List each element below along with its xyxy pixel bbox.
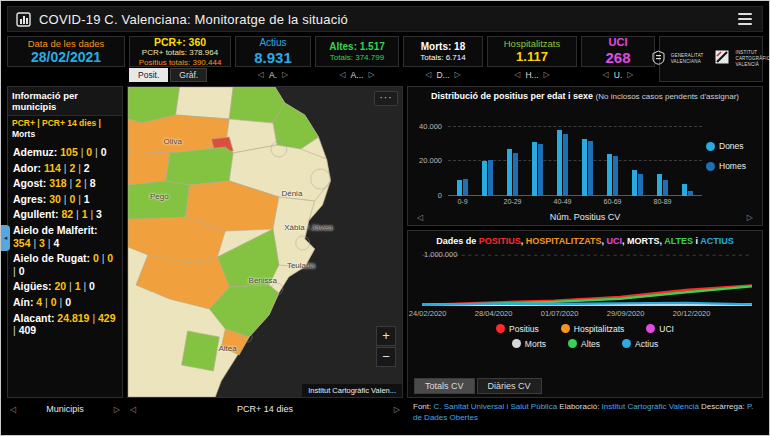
- pager-next-icon[interactable]: ▷: [455, 70, 461, 79]
- gva-logo-icon: [652, 50, 665, 69]
- hospitalitzats-value: 1.117: [516, 49, 548, 64]
- bar[interactable]: [657, 174, 662, 197]
- tab-totals-cv[interactable]: Totals CV: [414, 378, 475, 394]
- pager-next-icon[interactable]: ▷: [114, 405, 120, 414]
- tab-positius[interactable]: Posit.: [129, 68, 168, 82]
- map[interactable]: OlivaPegoDéniaXàbia / JáveaTeuladaBeniss…: [127, 86, 403, 398]
- legend-dot-icon: [706, 162, 715, 171]
- list-item[interactable]: Ademuz: 105 | 0 | 0: [13, 146, 117, 159]
- bar[interactable]: [488, 160, 493, 196]
- bar[interactable]: [607, 154, 612, 196]
- bar[interactable]: [663, 180, 668, 196]
- municipality-sidebar: Informació per municipis PCR+ | PCR+ 14 …: [7, 86, 123, 398]
- y-tick-label: 40.000: [419, 122, 442, 131]
- bar[interactable]: [457, 180, 462, 196]
- bar-group[interactable]: 0-9: [451, 118, 474, 209]
- pager-label: A.: [269, 70, 277, 80]
- bar[interactable]: [638, 174, 643, 197]
- pager-prev-icon[interactable]: ◁: [339, 70, 345, 79]
- age-chart-yaxis: 020.00040.000: [414, 104, 444, 209]
- bar[interactable]: [588, 141, 593, 197]
- sidebar-collapse-handle[interactable]: ◂: [1, 225, 10, 251]
- bar[interactable]: [463, 179, 468, 196]
- bar[interactable]: [582, 139, 587, 196]
- x-tick-label: 40-49: [554, 198, 572, 209]
- map-place-label: Oliva: [164, 137, 182, 146]
- list-item[interactable]: Aielo de Rugat: 0 | 0 | 0: [13, 252, 117, 277]
- bar[interactable]: [538, 144, 543, 196]
- pager-prev-icon[interactable]: ◁: [258, 70, 264, 79]
- bar[interactable]: [688, 191, 693, 196]
- list-item[interactable]: Agres: 30 | 0 | 1: [13, 193, 117, 206]
- bar-group[interactable]: 60-69: [601, 118, 624, 209]
- bar-group[interactable]: 40-49: [551, 118, 574, 209]
- list-item[interactable]: Alacant: 24.819 | 429 | 409: [13, 312, 117, 337]
- bar-group[interactable]: [676, 118, 699, 209]
- timeline-title-segment: MORTS: [627, 236, 660, 246]
- x-tick-label: 0-9: [457, 198, 467, 209]
- bar[interactable]: [482, 161, 487, 196]
- list-item[interactable]: Agost: 318 | 2 | 8: [13, 177, 117, 190]
- list-item[interactable]: Ador: 114 | 2 | 2: [13, 162, 117, 175]
- zoom-out-button[interactable]: −: [376, 347, 396, 367]
- x-tick-label: 29/09/2020: [607, 309, 645, 318]
- tab-grafic[interactable]: Gràf.: [170, 68, 207, 82]
- bar[interactable]: [507, 149, 512, 196]
- sidebar-pager-label: Municipis: [46, 404, 84, 414]
- bar[interactable]: [532, 142, 537, 196]
- altes-totals: Totals: 374.799: [330, 53, 384, 62]
- legend-item: Positius: [496, 324, 539, 334]
- stat-morts: Morts: 18 Totals: 6.714 ◁D...▷: [403, 36, 483, 82]
- font-link[interactable]: C. Sanitat Universal i Salut Pública: [433, 402, 557, 411]
- bar[interactable]: [563, 134, 568, 196]
- date-value: 28/02/2021: [31, 49, 101, 66]
- pager-next-icon[interactable]: ▷: [394, 405, 400, 414]
- stat-hospitalitzats: Hospitalitzats 1.117 ◁H...▷: [487, 36, 577, 82]
- actius-label: Actius: [259, 37, 286, 49]
- list-item[interactable]: Aín: 4 | 0 | 0: [13, 296, 117, 309]
- map-options-button[interactable]: ···: [374, 91, 398, 106]
- zoom-in-button[interactable]: +: [376, 326, 396, 346]
- stat-altes: Altes: 1.517 Totals: 374.799 ◁A...▷: [315, 36, 399, 82]
- timeline-series-positius: [422, 285, 752, 304]
- list-item[interactable]: Aigües: 20 | 1 | 0: [13, 280, 117, 293]
- pager-prev-icon[interactable]: ◁: [10, 405, 16, 414]
- pager-prev-icon[interactable]: ◁: [425, 70, 431, 79]
- elaboracio-link[interactable]: Institut Cartogràfic Valencià: [602, 402, 699, 411]
- bar-group[interactable]: 20-29: [501, 118, 524, 209]
- bar[interactable]: [557, 130, 562, 196]
- age-chart-title-main: Distribució de positius per edat i sexe: [431, 91, 593, 101]
- pager-next-icon[interactable]: ▷: [368, 70, 374, 79]
- municipality-list: Ademuz: 105 | 0 | 0Ador: 114 | 2 | 2Agos…: [8, 142, 122, 397]
- legend-dot-icon: [561, 324, 570, 333]
- map-place-label: Altea: [218, 344, 236, 353]
- bar-group[interactable]: [626, 118, 649, 209]
- pager-next-icon[interactable]: ▷: [544, 70, 550, 79]
- pager-prev-icon[interactable]: ◁: [514, 70, 520, 79]
- bar[interactable]: [682, 184, 687, 196]
- pager-next-icon[interactable]: ▷: [282, 70, 288, 79]
- timeline-title-segment: UCI: [607, 236, 623, 246]
- menu-button[interactable]: [736, 11, 754, 27]
- timeline-xlabels: 24/02/202028/04/202001/07/202029/09/2020…: [422, 309, 752, 319]
- pager-prev-icon[interactable]: ◁: [130, 405, 136, 414]
- elaboracio-label: Elaboració:: [559, 402, 599, 411]
- logos-panel: GENERALITAT VALENCIANA INSTITUT CARTOGRÀ…: [659, 36, 763, 82]
- bar[interactable]: [513, 153, 518, 196]
- list-item[interactable]: Aielo de Malferit: 354 | 3 | 4: [13, 224, 117, 249]
- pager-prev-icon[interactable]: ◁: [603, 70, 609, 79]
- map-place-label: Dénia: [281, 189, 302, 198]
- timeline-title-segment: POSITIUS: [479, 236, 521, 246]
- pager-prev-icon[interactable]: ◁: [417, 213, 423, 222]
- list-item[interactable]: Agullent: 82 | 1 | 3: [13, 208, 117, 221]
- pager-next-icon[interactable]: ▷: [627, 70, 633, 79]
- bar-group[interactable]: [576, 118, 599, 209]
- bar-group[interactable]: [476, 118, 499, 209]
- tab-diaries-cv[interactable]: Diàries CV: [477, 378, 542, 394]
- bar-group[interactable]: 80-89: [651, 118, 674, 209]
- bar[interactable]: [632, 170, 637, 196]
- bar[interactable]: [613, 156, 618, 196]
- pager-next-icon[interactable]: ▷: [747, 213, 753, 222]
- bar-group[interactable]: [526, 118, 549, 209]
- legend-dot-icon: [622, 339, 631, 348]
